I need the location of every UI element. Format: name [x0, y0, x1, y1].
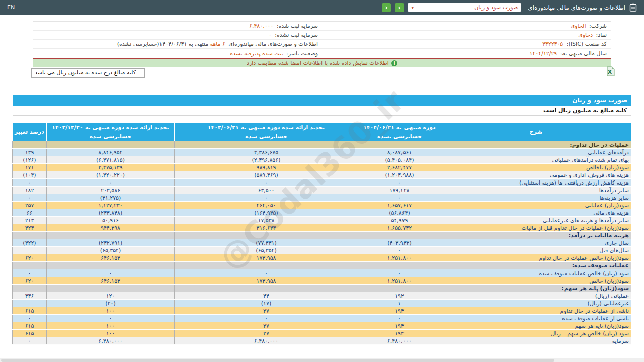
field-value: ثبت شده پذیرفته نشده — [230, 50, 283, 57]
cell-value: ۱۹۲ — [358, 292, 441, 300]
field-label: نماد: — [596, 32, 607, 38]
cell-value: ۶۱۵ — [13, 322, 47, 330]
cell-value: (۲۰) — [47, 300, 175, 307]
chevron-left-icon: ‹ — [385, 4, 388, 11]
cell-value: ۶۲۰ — [13, 277, 47, 285]
header-audit-status: حسابرسی شده — [175, 132, 358, 141]
cell-value — [47, 232, 175, 239]
table-row: سال‌های قبل۰(۶۵,۳۵۴)(۶۵,۳۵۴)-- — [13, 247, 631, 254]
table-row: سایر هزینه‌ها۰۰(۳۱,۲۷۵)۰ — [13, 194, 631, 202]
row-label: عملیات در حال تداوم: — [441, 141, 631, 149]
report-type-dropdown[interactable]: صورت سود و زیان ▾ — [408, 3, 521, 12]
section-row: عملیات در حال تداوم: — [13, 141, 631, 149]
cell-value: (۴۲۲) — [13, 239, 47, 247]
tools-row: کلیه مبالغ درج شده به میلیون ریال می باش… — [29, 67, 615, 95]
table-row: سایر درآمدها و هزینه های غیرعملیاتی۵۴,۹۷… — [13, 217, 631, 224]
cell-value: (۷۷,۳۳۱) — [175, 239, 358, 247]
cell-value: (۳۱,۲۷۵) — [47, 194, 175, 202]
row-label: غیرعملیاتی (ریال) — [441, 300, 631, 307]
cell-value: ۱۹۳ — [358, 322, 441, 330]
table-row: سود (زیان) خالص هر سهم – ریال۱۹۳۲۷۱۰۰۶۱۵ — [13, 330, 631, 337]
language-toggle-en[interactable]: EN — [7, 4, 15, 11]
row-label: سود(زیان) پایه هر سهم — [441, 322, 631, 330]
cell-value: (۵۸۹,۳۶۹) — [175, 171, 358, 179]
row-label: سود (زیان) خالص هر سهم – ریال — [441, 330, 631, 337]
cell-value: ۱,۲۵۱,۸۰۰ — [358, 277, 441, 285]
cell-value: ۵۴,۹۷۹ — [358, 217, 441, 224]
table-header: شرح دوره منتهی به ۱۴۰۴/۰۶/۳۱ تجدید ارائه… — [13, 123, 631, 141]
cell-value: ۲۵۷ — [13, 202, 47, 209]
row-label: سایر درآمدها — [441, 187, 631, 194]
cell-value: ۰ — [13, 315, 47, 322]
field-value: ۰ — [269, 32, 272, 38]
statement-title-band: صورت سود و زیان — [13, 95, 631, 106]
table-row: هزینه کاهش ارزش دریافتنی ها (هزینه استثن… — [13, 179, 631, 187]
cell-value: ۶۳,۵۰۰ — [175, 187, 358, 194]
cell-value: ۶۶ — [13, 209, 47, 217]
cell-value: ۳۳۶ — [13, 292, 47, 300]
cell-value: ۲۷ — [175, 330, 358, 337]
cell-value: ۶۱۵ — [13, 330, 47, 337]
fiscal-year-field: سال مالی منتهی به: ۱۴۰۴/۱۲/۲۹ — [322, 50, 611, 57]
registered-capital-field: سرمایه ثبت شده: ۶,۴۸۰,۰۰۰ — [33, 23, 322, 29]
cell-value: ۰ — [175, 315, 358, 322]
cell-value: (۲۳۳,۸۴۸) — [47, 209, 175, 217]
cell-value: ۶۴۶,۱۵۳ — [47, 254, 175, 262]
row-label: سود(زیان) عملیاتی — [441, 202, 631, 209]
field-label: منتهی به ۱۴۰۴/۰۶/۳۱(حسابرسی نشده) — [117, 41, 210, 47]
company-link[interactable]: الحاوی — [571, 23, 586, 29]
horizontal-scrollbar[interactable] — [0, 358, 644, 362]
cell-value: (۲,۳۹۶,۸۵۶) — [175, 156, 358, 164]
excel-export-button[interactable]: X — [605, 66, 615, 76]
company-info-panel: شرکت: الحاوی سرمایه ثبت شده: ۶,۴۸۰,۰۰۰ ن… — [33, 21, 611, 59]
symbol-link[interactable]: دحاوی — [578, 32, 593, 38]
field-label: شرکت: — [589, 23, 607, 29]
header-period-current: دوره منتهی به ۱۴۰۴/۰۶/۳۱ — [358, 123, 441, 132]
symbol-field: نماد: دحاوی — [322, 32, 611, 38]
page-title: اطلاعات و صورت‌های مالی میاندوره‌ای — [528, 4, 625, 11]
row-label: هزینه کاهش ارزش دریافتنی ها (هزینه استثن… — [441, 179, 631, 187]
cell-value — [47, 262, 175, 269]
cell-value: ۵۰,۹۱۶ — [47, 217, 175, 224]
info-row: کد صنعت (ISIC): ۴۳۲۲۳۰۵ اطلاعات و صورت‌ه… — [33, 40, 611, 49]
cell-value — [47, 285, 175, 292]
amount-unit-dropdown[interactable]: کلیه مبالغ درج شده به میلیون ریال می باش… — [31, 68, 145, 78]
info-icon: i — [391, 60, 397, 66]
cell-value: (۵۶,۸۶۴) — [358, 209, 441, 217]
table-row: سود(زیان) ناخالص۲,۶۸۲,۴۷۷۹۸۹,۸۱۹۲,۳۷۵,۱۳… — [13, 164, 631, 171]
cell-value: ۱,۱۲۷,۲۳۰ — [47, 202, 175, 209]
cell-value: (۱۲۶) — [13, 156, 47, 164]
header-audit-status: حسابرسی شده — [47, 132, 175, 141]
cell-value: ۸,۸۴۶,۹۵۴ — [47, 149, 175, 156]
field-label: اطلاعات و صورت‌های مالی میاندوره‌ای — [227, 41, 318, 47]
cell-value — [358, 285, 441, 292]
cell-value: ۱,۲۵۱,۸۰۰ — [358, 254, 441, 262]
cell-value: ۶,۴۸۰,۰۰۰ — [358, 337, 441, 345]
prev-statement-button[interactable]: ‹ — [382, 3, 391, 12]
field-label: سرمایه ثبت نشده: — [275, 32, 318, 38]
table-row: سایر درآمدها۱۷۹,۱۲۸۶۳,۵۰۰۲۰۳,۵۸۶۱۸۲ — [13, 187, 631, 194]
table-row: عملیاتی (ریال)۱۹۲۴۴۱۲۰۳۳۶ — [13, 292, 631, 300]
cell-value — [358, 232, 441, 239]
table-row: هزینه های فروش، اداری و عمومی(۱,۲۰۳,۹۸۸)… — [13, 171, 631, 179]
company-field: شرکت: الحاوی — [322, 23, 611, 29]
table-row: سود(زیان) عملیاتی۱,۶۵۷,۶۱۷۴۶۴,۰۵۰۱,۱۲۷,۲… — [13, 202, 631, 209]
table-row: سود(زیان) خالص۱,۲۵۱,۸۰۰۱۷۳,۹۵۸۶۴۶,۱۵۳۶۲۰ — [13, 277, 631, 285]
table-row: ناشی از عملیات متوقف شده۰۰۰۰ — [13, 315, 631, 322]
cell-value — [358, 141, 441, 149]
cell-value: (۲۳۲,۷۹۱) — [47, 239, 175, 247]
scrollbar-thumb[interactable] — [1, 359, 554, 362]
cell-value: (۶,۴۷۱,۸۱۵) — [47, 156, 175, 164]
cell-value: ۱ — [358, 300, 441, 307]
row-label: ناشی از عملیات در حال تداوم — [441, 307, 631, 315]
cell-value — [358, 262, 441, 269]
cell-value: ۲۷ — [175, 322, 358, 330]
cell-value: ۰ — [47, 315, 175, 322]
cell-value: (۵,۴۰۵,۰۸۴) — [358, 156, 441, 164]
table-row: غیرعملیاتی (ریال)۱(۱۷)(۲۰)-- — [13, 300, 631, 307]
next-statement-button[interactable]: › — [395, 3, 404, 12]
cell-value: ۰ — [175, 179, 358, 187]
cell-value: ۱۹۳ — [358, 330, 441, 337]
issuer-status-field: وضعیت ناشر: ثبت شده پذیرفته نشده — [33, 50, 322, 57]
period-highlight: ۶ ماهه — [210, 41, 225, 47]
